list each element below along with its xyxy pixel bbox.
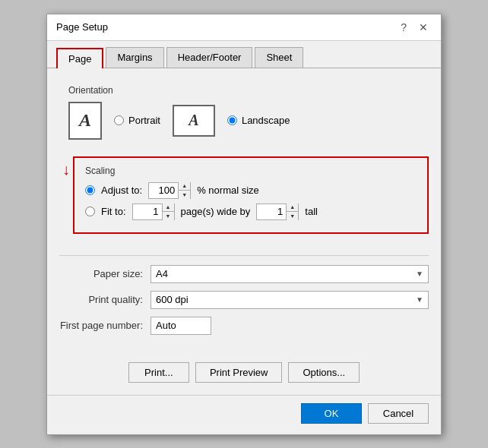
fit-to-radio[interactable] <box>85 207 95 216</box>
dialog-title: Page Setup <box>56 21 108 33</box>
print-quality-arrow-icon: ▼ <box>416 295 423 304</box>
print-quality-label: Print quality: <box>59 294 143 305</box>
orientation-row: A Portrait A Landscape <box>68 102 420 140</box>
print-preview-button[interactable]: Print Preview <box>195 362 283 383</box>
help-button[interactable]: ? <box>397 21 410 34</box>
red-arrow-icon: ↓ <box>62 161 70 178</box>
page-setup-dialog: Page Setup ? ✕ Page Margins Header/Foote… <box>46 14 442 435</box>
scaling-section: Scaling Adjust to: ▲ ▼ % normal size <box>73 156 429 234</box>
tab-page[interactable]: Page <box>56 48 103 68</box>
orientation-label: Orientation <box>68 85 420 96</box>
divider <box>59 255 429 256</box>
fit-tall-suffix: tall <box>305 206 318 217</box>
footer-buttons: Print... Print Preview Options... <box>47 353 441 395</box>
fit-tall-spin-up[interactable]: ▲ <box>287 203 298 213</box>
first-page-input[interactable] <box>151 317 211 335</box>
adjust-suffix: % normal size <box>197 185 259 196</box>
adjust-spinbox[interactable]: ▲ ▼ <box>148 182 191 199</box>
adjust-spin-down[interactable]: ▼ <box>179 191 190 199</box>
cancel-button[interactable]: Cancel <box>368 403 429 424</box>
first-page-row: First page number: <box>59 317 429 335</box>
title-bar: Page Setup ? ✕ <box>47 14 441 41</box>
adjust-to-label[interactable]: Adjust to: <box>101 185 142 196</box>
title-bar-controls: ? ✕ <box>397 21 432 34</box>
fit-tall-spinbox[interactable]: ▲ ▼ <box>256 203 299 220</box>
print-button[interactable]: Print... <box>128 362 189 383</box>
portrait-icon: A <box>68 102 102 140</box>
paper-size-row: Paper size: A4 ▼ <box>59 265 429 283</box>
adjust-to-radio[interactable] <box>85 185 95 195</box>
scaling-label: Scaling <box>85 166 417 176</box>
tab-margins[interactable]: Margins <box>106 47 163 68</box>
portrait-label[interactable]: Portrait <box>128 115 160 126</box>
close-button[interactable]: ✕ <box>415 21 432 34</box>
landscape-label[interactable]: Landscape <box>242 115 290 126</box>
print-quality-dropdown[interactable]: 600 dpi ▼ <box>151 291 429 309</box>
bottom-buttons: OK Cancel <box>47 395 441 434</box>
tab-content: Orientation A Portrait A Landsc <box>47 68 441 353</box>
landscape-icon: A <box>173 105 215 137</box>
print-quality-value: 600 dpi <box>156 294 189 305</box>
first-page-label: First page number: <box>59 320 143 331</box>
tab-header-footer[interactable]: Header/Footer <box>166 47 253 68</box>
fit-wide-spin-up[interactable]: ▲ <box>163 203 174 213</box>
adjust-value-input[interactable] <box>149 183 178 198</box>
fit-wide-spinbox-buttons: ▲ ▼ <box>162 203 174 220</box>
landscape-radio[interactable] <box>227 115 237 125</box>
tab-sheet[interactable]: Sheet <box>255 47 303 68</box>
fit-wide-suffix: page(s) wide by <box>181 206 251 217</box>
tab-bar: Page Margins Header/Footer Sheet <box>47 41 441 68</box>
orientation-section: Orientation A Portrait A Landsc <box>59 79 429 146</box>
adjust-spinbox-buttons: ▲ ▼ <box>178 182 190 199</box>
print-quality-row: Print quality: 600 dpi ▼ <box>59 291 429 309</box>
options-button[interactable]: Options... <box>288 362 360 383</box>
paper-size-dropdown[interactable]: A4 ▼ <box>151 265 429 283</box>
paper-size-value: A4 <box>156 268 168 279</box>
paper-size-label: Paper size: <box>59 268 143 279</box>
ok-button[interactable]: OK <box>301 403 362 424</box>
fit-to-row: Fit to: ▲ ▼ page(s) wide by ▲ ▼ <box>85 203 417 220</box>
paper-size-arrow-icon: ▼ <box>416 270 423 278</box>
adjust-spin-up[interactable]: ▲ <box>179 182 190 191</box>
fit-wide-spin-down[interactable]: ▼ <box>163 212 174 220</box>
portrait-radio[interactable] <box>114 115 124 125</box>
landscape-radio-group[interactable]: Landscape <box>227 115 290 126</box>
portrait-radio-group[interactable]: Portrait <box>114 115 160 126</box>
adjust-to-row: Adjust to: ▲ ▼ % normal size <box>85 182 417 199</box>
fit-wide-input[interactable] <box>133 204 162 219</box>
fit-wide-spinbox[interactable]: ▲ ▼ <box>132 203 175 220</box>
fit-tall-spin-down[interactable]: ▼ <box>287 212 298 220</box>
fit-tall-input[interactable] <box>257 204 286 219</box>
fit-tall-spinbox-buttons: ▲ ▼ <box>286 203 298 220</box>
fit-to-label[interactable]: Fit to: <box>101 206 126 217</box>
